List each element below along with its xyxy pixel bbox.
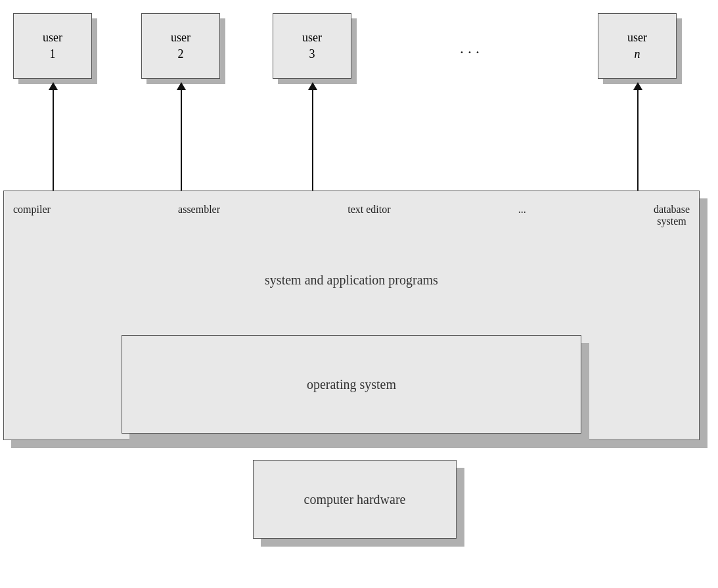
os-box: operating system <box>122 335 581 434</box>
arrow-line-n <box>637 90 639 198</box>
user2-label: user2 <box>171 30 191 62</box>
user3-box: user3 <box>273 13 351 79</box>
user1-box: user1 <box>13 13 92 79</box>
text-editor-label: text editor <box>348 204 390 227</box>
database-label: databasesystem <box>654 204 690 227</box>
arrow-user3 <box>308 82 317 206</box>
arrow-head-up-n <box>633 82 642 90</box>
diagram-container: user1 user2 user3 usern ... comp <box>0 0 718 588</box>
arrow-head-up-3 <box>308 82 317 90</box>
arrow-line-1 <box>53 90 54 198</box>
users-dots: ... <box>460 39 483 57</box>
arrow-line-3 <box>312 90 313 198</box>
arrow-user2 <box>177 82 186 206</box>
sys-app-labels: compiler assembler text editor ... datab… <box>0 204 703 227</box>
user2-box: user2 <box>141 13 220 79</box>
arrow-user1 <box>49 82 58 206</box>
arrow-line-2 <box>181 90 182 198</box>
sys-app-title: system and application programs <box>0 273 703 288</box>
compiler-label: compiler <box>13 204 51 227</box>
os-label: operating system <box>307 377 396 392</box>
user3-label: user3 <box>302 30 322 62</box>
hw-box: computer hardware <box>253 460 457 539</box>
arrow-head-up-1 <box>49 82 58 90</box>
arrow-usern <box>633 82 642 206</box>
middle-dots-label: ... <box>518 204 526 227</box>
usern-label: usern <box>627 30 647 62</box>
user1-label: user1 <box>43 30 62 62</box>
hw-label: computer hardware <box>304 492 406 507</box>
assembler-label: assembler <box>178 204 220 227</box>
arrow-head-up-2 <box>177 82 186 90</box>
usern-box: usern <box>598 13 677 79</box>
